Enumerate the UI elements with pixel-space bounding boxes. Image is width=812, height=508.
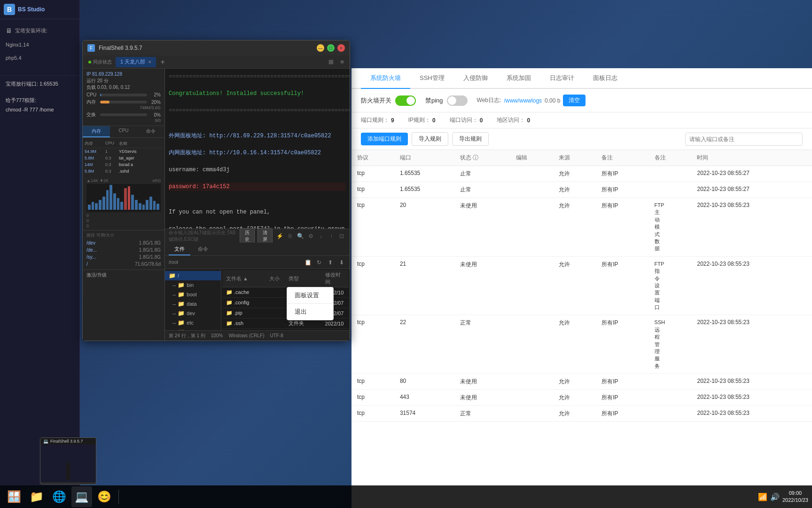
status-bar: 第 24 行，第 1 列 100% Windows (CRLF) UTF-8 bbox=[165, 330, 350, 341]
sidebar-item-nginx[interactable]: Nginx1.14 bbox=[0, 38, 79, 51]
fw-port-4: 22 bbox=[394, 315, 454, 374]
fw-allow-2[interactable]: 允许 bbox=[553, 198, 596, 257]
context-menu-panel-settings[interactable]: 面板设置 bbox=[287, 287, 333, 303]
fw-source-2: 所有IP bbox=[596, 198, 648, 257]
fw-col-remark: 各注 bbox=[649, 150, 692, 166]
refresh-icon[interactable]: ⚡ bbox=[275, 232, 284, 240]
tree-item-data[interactable]: -- 📁 data bbox=[169, 299, 221, 309]
settings-icon[interactable]: ⚙ bbox=[306, 232, 315, 240]
close-button[interactable]: × bbox=[337, 44, 345, 52]
file-download2-icon[interactable]: ⬇ bbox=[337, 258, 346, 267]
uptime-text: 运行 20 分 bbox=[86, 78, 161, 84]
file-history-icon[interactable]: 📋 bbox=[304, 258, 312, 267]
fw-nav-firewall[interactable]: 系统防火墙 bbox=[361, 68, 410, 89]
search-icon[interactable]: 🔍 bbox=[296, 232, 304, 240]
disk-size-2: 1.8G/1.8G bbox=[139, 254, 161, 260]
fw-allow-6[interactable]: 允许 bbox=[553, 390, 596, 406]
history-button[interactable]: 历史 bbox=[240, 228, 255, 244]
fw-actions: 添加端口规则 导入规则 导出规则 bbox=[351, 128, 812, 150]
menu-icon[interactable]: ≡ bbox=[337, 57, 347, 67]
maximize2-icon[interactable]: ⊡ bbox=[337, 232, 346, 240]
file-upload2-icon[interactable]: ⬆ bbox=[326, 258, 335, 267]
network-tray-icon[interactable]: 📶 bbox=[758, 492, 767, 501]
tree-root[interactable]: 📁 / bbox=[165, 271, 221, 280]
download-icon[interactable]: ↓ bbox=[317, 232, 325, 240]
tree-data-icon: 📁 bbox=[178, 301, 185, 307]
fw-web-path[interactable]: /www/wwwlogs bbox=[504, 97, 542, 104]
fw-search-input[interactable] bbox=[685, 133, 803, 146]
fw-notes-6 bbox=[649, 390, 692, 406]
fw-protocol-6: tcp bbox=[351, 390, 394, 406]
tree-data-label: data bbox=[187, 301, 196, 307]
shell-tab-close-icon[interactable]: × bbox=[148, 59, 151, 65]
fw-toggle[interactable] bbox=[395, 95, 416, 106]
terminal-content[interactable]: ========================================… bbox=[165, 69, 350, 229]
net-bar-3 bbox=[99, 200, 102, 210]
proc-col-cpu: CPU bbox=[105, 141, 117, 147]
taskbar-terminal[interactable]: 💻 bbox=[71, 486, 92, 507]
fw-allow-4[interactable]: 允许 bbox=[553, 315, 596, 374]
sidebar-item-php[interactable]: php5.4 bbox=[0, 51, 79, 64]
tree-dev-icon: 📁 bbox=[178, 310, 185, 317]
clear-button[interactable]: 清屏 bbox=[258, 228, 273, 244]
export-btn[interactable]: 导出规则 bbox=[452, 132, 489, 146]
ping-toggle[interactable] bbox=[447, 95, 468, 106]
fw-edit-4 bbox=[510, 315, 553, 374]
taskbar-windows[interactable]: 🪟 bbox=[4, 486, 24, 507]
taskbar-files[interactable]: 📁 bbox=[26, 486, 47, 507]
sidebar-item-env[interactable]: 🖥 宝塔安装环境: bbox=[0, 23, 79, 38]
fw-stat-2: 端口访问： 0 bbox=[450, 116, 483, 124]
terminal-icon: 💻 bbox=[75, 490, 89, 503]
taskbar-clock[interactable]: 09:00 2022/10/23 bbox=[782, 490, 808, 504]
fw-nav-ssh[interactable]: SSH管理 bbox=[410, 68, 454, 89]
fw-allow-1[interactable]: 允许 bbox=[553, 182, 596, 198]
grid-icon[interactable]: ⊞ bbox=[326, 57, 336, 67]
net-bar-11 bbox=[128, 186, 131, 210]
context-menu-logout[interactable]: 退出 bbox=[287, 304, 333, 320]
fw-notes-3: FTP指令设置端口 bbox=[649, 256, 692, 315]
windows-icon: 🪟 bbox=[7, 490, 21, 503]
activity-section[interactable]: 激活/升级 bbox=[83, 270, 164, 280]
net-bar-10 bbox=[124, 188, 127, 210]
panel-tab-cmd[interactable]: 命令 bbox=[137, 126, 164, 137]
fw-nav-panel-log[interactable]: 面板日志 bbox=[584, 68, 627, 89]
tree-item-dev[interactable]: -- 📁 dev bbox=[169, 309, 221, 318]
file-size-config bbox=[265, 298, 285, 308]
minimize-button[interactable]: — bbox=[317, 44, 324, 52]
sidebar-port-label: 宝塔放行端口: 1:65535 bbox=[0, 78, 79, 90]
fw-status-5: 未使用 bbox=[454, 374, 511, 390]
fw-allow-5[interactable]: 允许 bbox=[553, 374, 596, 390]
fw-allow-3[interactable]: 允许 bbox=[553, 256, 596, 315]
fw-allow-7[interactable]: 允许 bbox=[553, 406, 596, 422]
taskbar-user[interactable]: 😊 bbox=[94, 486, 115, 507]
finalshell-preview-popup: 💻 FinalShell 3.9.5.7 bbox=[40, 437, 96, 484]
fw-nav-log[interactable]: 日志审计 bbox=[540, 68, 584, 89]
fw-edit-3 bbox=[510, 256, 553, 315]
tree-item-etc[interactable]: -- 📁 etc bbox=[169, 318, 221, 327]
bottom-tab-file[interactable]: 文件 bbox=[169, 244, 190, 255]
file-refresh-icon[interactable]: ↻ bbox=[315, 258, 323, 267]
bottom-tab-cmd[interactable]: 命令 bbox=[192, 244, 214, 255]
net-y1: 本机 bbox=[152, 211, 160, 212]
panel-tab-mem[interactable]: 内存 bbox=[83, 126, 110, 137]
shell-tab-1[interactable]: 1 天龙八部 × bbox=[116, 57, 156, 67]
copy-icon[interactable]: ⎘ bbox=[286, 232, 294, 240]
fw-empty-btn[interactable]: 清空 bbox=[563, 95, 586, 106]
fw-nav-intrusion[interactable]: 入侵防御 bbox=[454, 68, 497, 89]
new-tab-button[interactable]: + bbox=[157, 56, 168, 68]
upload-icon[interactable]: ↑ bbox=[327, 232, 336, 240]
mem-label: 内存 bbox=[86, 99, 98, 105]
add-port-btn[interactable]: 添加端口规则 bbox=[361, 133, 408, 145]
tree-item-bin[interactable]: -- 📁 bin bbox=[169, 280, 221, 290]
fw-nav-harden[interactable]: 系统加固 bbox=[497, 68, 540, 89]
preview-chart bbox=[66, 462, 70, 480]
taskbar-browser[interactable]: 🌐 bbox=[49, 486, 70, 507]
panel-tab-cpu[interactable]: CPU bbox=[110, 126, 137, 137]
fw-allow-0[interactable]: 允许 bbox=[553, 166, 596, 182]
import-btn[interactable]: 导入规则 bbox=[412, 132, 448, 146]
fw-row-0: tcp 1.65535 止常 允许 所有IP 2022-10-23 08:55:… bbox=[351, 166, 812, 182]
tree-item-boot[interactable]: -- 📁 boot bbox=[169, 290, 221, 299]
volume-tray-icon[interactable]: 🔊 bbox=[770, 492, 780, 501]
file-size-ssh bbox=[265, 318, 285, 329]
maximize-button[interactable]: □ bbox=[327, 44, 335, 52]
